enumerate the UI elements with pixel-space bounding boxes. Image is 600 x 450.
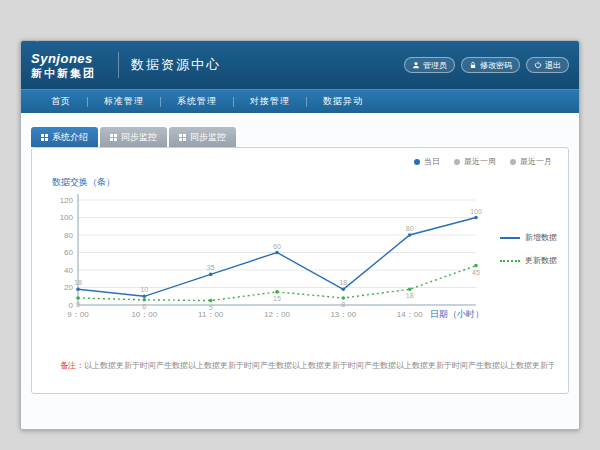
tab-sync-monitor-1[interactable]: 同步监控 xyxy=(100,127,167,147)
svg-text:18: 18 xyxy=(406,292,414,299)
tab-grid-icon xyxy=(41,134,48,141)
x-axis-label: 日期（小时） xyxy=(430,308,484,321)
filter-dot-icon xyxy=(510,159,516,165)
svg-text:10：00: 10：00 xyxy=(131,310,157,319)
svg-text:80: 80 xyxy=(406,225,414,232)
tab-label: 同步监控 xyxy=(190,131,226,144)
power-icon xyxy=(534,61,542,69)
filter-today[interactable]: 当日 xyxy=(414,156,440,167)
svg-text:9：00: 9：00 xyxy=(67,310,89,319)
filter-last-month[interactable]: 最近一月 xyxy=(510,156,552,167)
svg-text:10: 10 xyxy=(140,286,148,293)
tab-bar: 系统介绍 同步监控 同步监控 xyxy=(31,127,236,147)
svg-text:60: 60 xyxy=(64,248,73,257)
filter-dot-icon xyxy=(414,159,420,165)
header-actions: 管理员 修改密码 退出 xyxy=(404,57,569,73)
tab-grid-icon xyxy=(179,134,186,141)
solid-line-icon xyxy=(500,237,520,239)
change-password-button[interactable]: 修改密码 xyxy=(461,57,520,73)
time-filter-legend: 当日 最近一周 最近一月 xyxy=(414,156,552,167)
header-divider xyxy=(118,52,119,78)
svg-text:12：00: 12：00 xyxy=(264,310,290,319)
svg-text:40: 40 xyxy=(64,266,73,275)
filter-last-week[interactable]: 最近一周 xyxy=(454,156,496,167)
svg-text:120: 120 xyxy=(60,196,74,205)
svg-text:0: 0 xyxy=(69,301,74,310)
legend-series-updated-data[interactable]: 更新数据 xyxy=(500,255,557,266)
svg-text:100: 100 xyxy=(470,208,482,215)
admin-user-label: 管理员 xyxy=(423,60,447,71)
change-password-label: 修改密码 xyxy=(480,60,512,71)
desktop-background: { "header": { "logo_text": "Synjones", "… xyxy=(0,0,600,450)
main-nav: 首页 标准管理 系统管理 对接管理 数据异动 xyxy=(21,89,579,113)
logo-red-dot-icon xyxy=(35,40,39,42)
tab-system-intro[interactable]: 系统介绍 xyxy=(31,127,98,147)
svg-text:18: 18 xyxy=(339,279,347,286)
svg-text:8: 8 xyxy=(76,301,80,308)
logout-label: 退出 xyxy=(545,60,561,71)
nav-item-data-change[interactable]: 数据异动 xyxy=(307,95,379,108)
series-label: 更新数据 xyxy=(525,255,557,266)
nav-item-home[interactable]: 首页 xyxy=(35,95,87,108)
note-text: 备注：以上数据更新于时间产生数据以上数据更新于时间产生数据以上数据更新于时间产生… xyxy=(60,360,554,371)
content-area: 系统介绍 同步监控 同步监控 当日 xyxy=(21,113,579,430)
svg-text:35: 35 xyxy=(207,264,215,271)
app-window: Synjones 新中新集团 数据资源中心 管理员 修改密码 xyxy=(20,40,580,430)
line-chart: 0204060801001209：0010：0011：0012：0013：001… xyxy=(50,188,490,328)
note-prefix-label: 备注： xyxy=(60,361,84,370)
filter-label: 最近一月 xyxy=(520,156,552,167)
legend-series-new-data[interactable]: 新增数据 xyxy=(500,232,557,243)
nav-item-connection-management[interactable]: 对接管理 xyxy=(234,95,306,108)
filter-dot-icon xyxy=(454,159,460,165)
filter-label: 当日 xyxy=(424,156,440,167)
svg-text:80: 80 xyxy=(64,231,73,240)
svg-text:20: 20 xyxy=(64,283,73,292)
svg-text:5: 5 xyxy=(209,304,213,311)
tab-label: 系统介绍 xyxy=(52,131,88,144)
logo-text: Synjones xyxy=(31,52,96,65)
svg-text:6: 6 xyxy=(142,303,146,310)
logo-company-name: 新中新集团 xyxy=(31,68,96,79)
svg-text:60: 60 xyxy=(273,243,281,250)
svg-text:18: 18 xyxy=(74,279,82,286)
series-label: 新增数据 xyxy=(525,232,557,243)
nav-item-standard-management[interactable]: 标准管理 xyxy=(88,95,160,108)
lock-icon xyxy=(469,61,477,69)
tab-label: 同步监控 xyxy=(121,131,157,144)
filter-label: 最近一周 xyxy=(464,156,496,167)
admin-user-button[interactable]: 管理员 xyxy=(404,57,455,73)
svg-text:14：00: 14：00 xyxy=(397,310,423,319)
note-body: 以上数据更新于时间产生数据以上数据更新于时间产生数据以上数据更新于时间产生数据以… xyxy=(84,361,554,370)
nav-item-system-management[interactable]: 系统管理 xyxy=(161,95,233,108)
app-header: Synjones 新中新集团 数据资源中心 管理员 修改密码 xyxy=(21,41,579,89)
svg-text:15: 15 xyxy=(273,295,281,302)
dotted-line-icon xyxy=(500,260,520,262)
tab-grid-icon xyxy=(110,134,117,141)
logout-button[interactable]: 退出 xyxy=(526,57,569,73)
svg-text:45: 45 xyxy=(472,269,480,276)
svg-text:11：00: 11：00 xyxy=(198,310,224,319)
content-panel: 当日 最近一周 最近一月 数据交换（条） 0204060801001209：00… xyxy=(31,147,569,394)
series-legend: 新增数据 更新数据 xyxy=(500,232,557,278)
tab-sync-monitor-2[interactable]: 同步监控 xyxy=(169,127,236,147)
synjones-logo: Synjones 新中新集团 xyxy=(31,52,96,79)
user-icon xyxy=(412,61,420,69)
svg-text:13：00: 13：00 xyxy=(330,310,356,319)
app-title: 数据资源中心 xyxy=(131,56,221,74)
svg-text:100: 100 xyxy=(60,213,74,222)
svg-text:8: 8 xyxy=(341,301,345,308)
